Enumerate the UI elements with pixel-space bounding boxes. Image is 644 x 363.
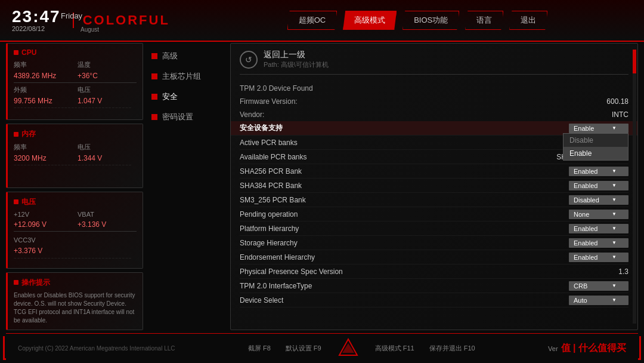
sha256-label: SHA256 PCR Bank xyxy=(240,167,302,176)
storage-dropdown[interactable]: Enabled xyxy=(569,238,628,248)
device-select-label: Device Select xyxy=(240,296,283,304)
sm3-val: Disabled xyxy=(574,196,599,204)
pending-label: Pending operation xyxy=(240,210,298,219)
cpu-temp-label: 温度 xyxy=(78,60,137,69)
tpm-interface-label: TPM 2.0 InterfaceType xyxy=(240,282,312,290)
shortcut-f8: 截屏 F8 xyxy=(248,336,271,361)
nav-label-password: 密码设置 xyxy=(162,112,193,122)
tips-text: Enables or Disables BIOS support for sec… xyxy=(14,291,137,325)
sha384-dropdown[interactable]: Enabled xyxy=(569,181,628,190)
nav-item-password[interactable]: 密码设置 xyxy=(148,107,225,127)
cpu-voltage-label: 电压 xyxy=(78,85,137,94)
sm3-label: SM3_256 PCR Bank xyxy=(240,196,306,204)
pending-dropdown[interactable]: None xyxy=(569,210,628,219)
cpu-temp-value: +36°C xyxy=(78,72,137,80)
security-device-label: 安全设备支持 xyxy=(240,123,283,133)
nav-label-security: 安全 xyxy=(162,91,178,102)
cpu-extfreq-label: 外频 xyxy=(14,85,73,94)
back-text-block: 返回上一级 Path: 高级\可信计算机 xyxy=(264,50,329,69)
storage-label: Storage Hierarchy xyxy=(240,239,298,247)
left-panels: CPU 频率 温度 4389.26 MHz +36°C 外频 电压 99.756… xyxy=(6,43,143,330)
footer-logo xyxy=(336,336,360,361)
popup-enable-option[interactable]: Enable xyxy=(564,147,628,160)
security-device-dropdown-container: Enable Disable Enable xyxy=(569,124,628,133)
footer: Copyright (C) 2022 American Megatrends I… xyxy=(6,333,638,363)
memory-panel: 内存 频率 电压 3200 MHz 1.344 V ~~~~~~~~~~~~~~… xyxy=(6,124,143,187)
nav-label-advanced: 高级 xyxy=(162,51,178,61)
mem-voltage-label: 电压 xyxy=(78,143,137,152)
nav-exit-button[interactable]: 退出 xyxy=(509,11,547,30)
tips-panel-title: 操作提示 xyxy=(14,278,137,288)
shortcut-f9: 默认设置 F9 xyxy=(286,336,321,361)
security-device-value: Enable xyxy=(574,125,594,132)
security-device-dropdown[interactable]: Enable xyxy=(569,124,628,133)
endorsement-val: Enabled xyxy=(574,254,597,261)
firmware-val: 600.18 xyxy=(606,97,628,106)
cpu-wave: ~~~~~~~~~~~~~~~~~~~~~~~~~~~~~~~~~~~ xyxy=(14,105,137,110)
available-pcr-label: Available PCR banks xyxy=(240,153,307,161)
clock-month: August xyxy=(80,26,99,33)
platform-dropdown[interactable]: Enabled xyxy=(569,224,628,233)
back-circle-icon[interactable]: ↺ xyxy=(240,51,258,69)
platform-label: Platform Hierarchy xyxy=(240,224,299,233)
sha256-dropdown[interactable]: Enabled xyxy=(569,167,628,176)
cpu-panel: CPU 频率 温度 4389.26 MHz +36°C 外频 电压 99.756… xyxy=(6,43,143,120)
nav-advanced-button[interactable]: 高级模式 xyxy=(343,11,397,30)
setting-row-sm3: SM3_256 PCR Bank Disabled xyxy=(240,193,628,207)
nav-item-chipset[interactable]: 主板芯片组 xyxy=(148,66,225,87)
back-arrow-icon: ↺ xyxy=(245,55,252,64)
middle-nav: 高级 主板芯片组 安全 密码设置 xyxy=(148,43,225,330)
popup-disable-option[interactable]: Disable xyxy=(564,134,628,147)
storage-val: Enabled xyxy=(574,239,597,247)
nav-item-security[interactable]: 安全 xyxy=(148,87,225,107)
pps-version-val: 1.3 xyxy=(618,267,628,276)
scrollbar-thumb[interactable] xyxy=(633,50,636,73)
vbat-label: VBAT xyxy=(78,211,137,218)
nav-dot-chipset xyxy=(151,73,157,79)
memory-wave: ~~~~~~~~~~~~~~~~~~~~~~~~~~~~~~~~~~~ xyxy=(14,162,137,168)
nav-dot-advanced xyxy=(151,53,157,59)
voltage-panel-title: 电压 xyxy=(14,197,137,207)
sm3-dropdown[interactable]: Disabled xyxy=(569,195,628,205)
sha256-val: Enabled xyxy=(574,168,597,175)
right-panel: ↺ 返回上一级 Path: 高级\可信计算机 TPM 2.0 Device Fo… xyxy=(230,43,638,330)
nav-label-chipset: 主板芯片组 xyxy=(162,71,201,82)
tpm-found-key: TPM 2.0 Device Found xyxy=(240,84,313,93)
setting-row-pps-version: Physical Presence Spec Version 1.3 xyxy=(240,264,628,279)
platform-val: Enabled xyxy=(574,225,597,232)
security-device-popup: Disable Enable xyxy=(563,133,628,161)
nav-bios-button[interactable]: BIOS功能 xyxy=(402,11,459,30)
clock-area: 23:47 Friday 2022/08/12 August xyxy=(12,8,61,32)
setting-row-pending: Pending operation None xyxy=(240,207,628,222)
mem-freq-label: 频率 xyxy=(14,143,73,152)
vendor-row: Vendor: INTC xyxy=(240,108,628,121)
vcc3v-value: +3.376 V xyxy=(14,247,42,255)
vendor-val: INTC xyxy=(612,110,628,119)
right-panel-inner[interactable]: ↺ 返回上一级 Path: 高级\可信计算机 TPM 2.0 Device Fo… xyxy=(231,44,637,330)
nav-dot-password xyxy=(151,114,157,120)
endorsement-dropdown[interactable]: Enabled xyxy=(569,253,628,262)
mem-voltage-value: 1.344 V xyxy=(78,154,137,162)
device-select-val: Auto xyxy=(574,297,587,304)
clock-block: 23:47 Friday 2022/08/12 August xyxy=(12,8,61,32)
nav-oc-button[interactable]: 超频OC xyxy=(287,11,338,30)
version-label: Ver xyxy=(548,345,558,352)
voltage-panel: 电压 +12V VBAT +12.096 V +3.136 V VCC3V +3… xyxy=(6,192,143,269)
device-select-dropdown[interactable]: Auto xyxy=(569,296,628,305)
back-label: 返回上一级 xyxy=(264,50,329,60)
shortcut-f11: 高级模式 F11 xyxy=(375,336,414,361)
setting-row-sha256: SHA256 PCR Bank Enabled xyxy=(240,164,628,179)
setting-row-endorsement: Endorsement Hierarchy Enabled xyxy=(240,250,628,264)
cpu-voltage-value: 1.047 V xyxy=(78,97,137,105)
endorsement-label: Endorsement Hierarchy xyxy=(240,253,315,262)
footer-right: Ver 值 | 什么值得买 xyxy=(548,342,626,355)
scrollbar-track[interactable] xyxy=(633,50,636,324)
nav-item-advanced[interactable]: 高级 xyxy=(148,46,225,66)
nav-lang-button[interactable]: 语言 xyxy=(465,11,503,30)
tpm-interface-dropdown[interactable]: CRB xyxy=(569,281,628,291)
setting-row-tpm-interface: TPM 2.0 InterfaceType CRB xyxy=(240,279,628,293)
cpu-freq-label: 频率 xyxy=(14,60,73,69)
header-left: 23:47 Friday 2022/08/12 August COLORFUL xyxy=(12,8,203,32)
memory-panel-title: 内存 xyxy=(14,129,137,139)
main-content: CPU 频率 温度 4389.26 MHz +36°C 外频 电压 99.756… xyxy=(6,43,638,330)
